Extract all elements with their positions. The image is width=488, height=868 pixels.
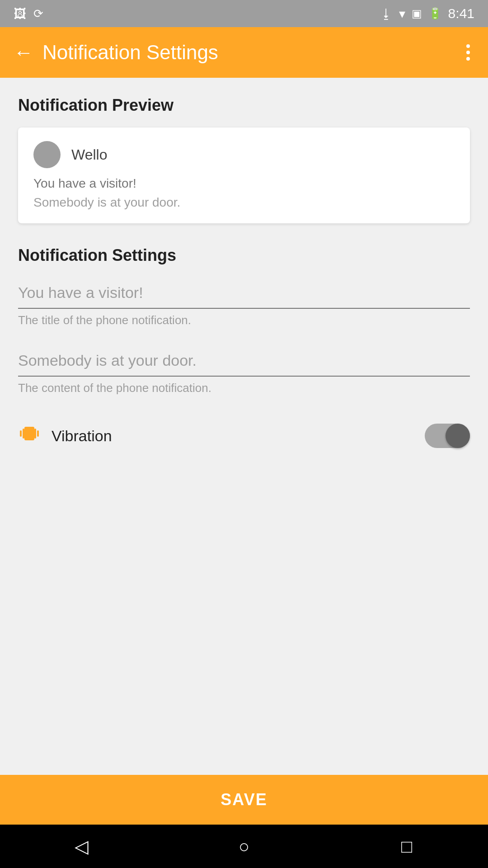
status-bar-right: ⭳ ▾ ▣ 🔋 8:41: [380, 6, 474, 21]
notification-content-input[interactable]: [18, 345, 470, 377]
app-bar-left: ← Notification Settings: [14, 41, 218, 64]
toggle-knob: [446, 424, 470, 448]
preview-app-name: Wello: [71, 146, 107, 163]
content-input-group: The content of the phone notification.: [18, 345, 470, 395]
preview-card-header: Wello: [33, 141, 455, 168]
svg-rect-0: [24, 427, 34, 440]
notification-title-input[interactable]: [18, 278, 470, 309]
vibration-label: Vibration: [52, 427, 112, 445]
nav-recent-button[interactable]: □: [389, 828, 425, 864]
vibration-icon: [18, 422, 41, 449]
title-input-hint: The title of the phone notification.: [18, 313, 470, 327]
preview-app-avatar: [33, 141, 61, 168]
vibration-row: Vibration: [18, 413, 470, 458]
preview-section: Notification Preview Wello You have a vi…: [18, 96, 470, 223]
main-content: Notification Preview Wello You have a vi…: [0, 78, 488, 617]
nav-home-button[interactable]: ○: [226, 828, 262, 864]
settings-section: Notification Settings The title of the p…: [18, 246, 470, 458]
more-dot: [466, 57, 470, 61]
vibration-left: Vibration: [18, 422, 112, 449]
preview-section-title: Notification Preview: [18, 96, 470, 115]
save-button[interactable]: SAVE: [0, 775, 488, 825]
more-dot: [466, 44, 470, 48]
bottom-nav: ◁ ○ □: [0, 825, 488, 868]
battery-icon: 🔋: [428, 7, 442, 20]
image-icon: 🖼: [14, 6, 26, 21]
status-bar-left: 🖼 ⟳: [14, 6, 43, 21]
settings-section-title: Notification Settings: [18, 246, 470, 265]
svg-rect-1: [23, 429, 24, 439]
status-time: 8:41: [448, 6, 474, 21]
status-bar: 🖼 ⟳ ⭳ ▾ ▣ 🔋 8:41: [0, 0, 488, 27]
preview-notification-body: Somebody is at your door.: [33, 195, 455, 210]
more-dot: [466, 51, 470, 54]
bluetooth-icon: ⭳: [380, 6, 393, 21]
preview-notification-title: You have a visitor!: [33, 176, 455, 191]
sync-icon: ⟳: [33, 7, 43, 21]
wifi-icon: ▾: [399, 6, 405, 21]
content-input-hint: The content of the phone notification.: [18, 381, 470, 395]
notification-preview-card: Wello You have a visitor! Somebody is at…: [18, 127, 470, 223]
title-input-group: The title of the phone notification.: [18, 278, 470, 327]
svg-rect-2: [34, 429, 36, 439]
back-button[interactable]: ←: [14, 42, 33, 62]
more-menu-button[interactable]: [462, 40, 474, 65]
app-bar: ← Notification Settings: [0, 27, 488, 78]
sim-icon: ▣: [412, 7, 422, 20]
nav-back-button[interactable]: ◁: [63, 828, 99, 864]
svg-rect-3: [20, 430, 22, 437]
vibration-toggle[interactable]: [425, 424, 470, 448]
page-title: Notification Settings: [42, 41, 218, 64]
svg-rect-4: [37, 430, 39, 437]
